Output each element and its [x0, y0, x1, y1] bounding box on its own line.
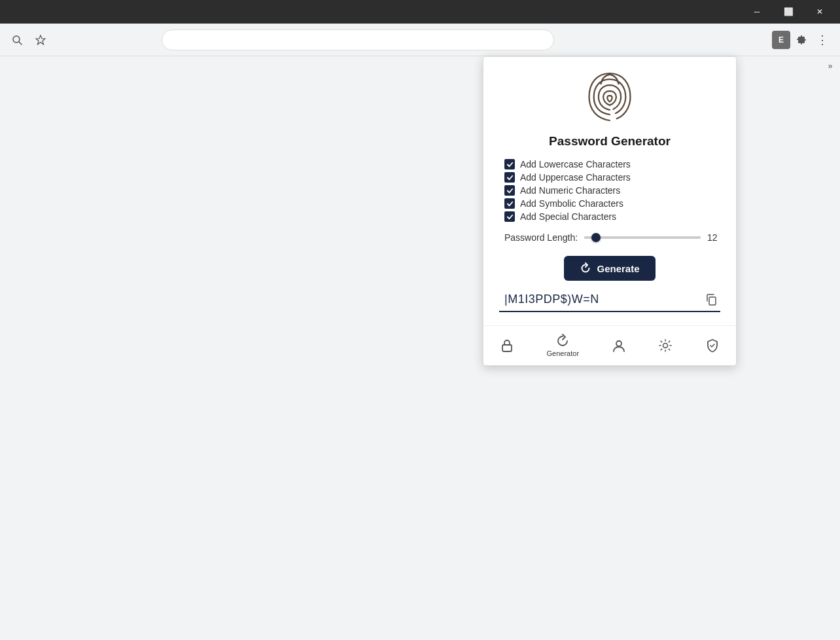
checkbox-lowercase[interactable]: Add Lowercase Characters	[504, 159, 720, 169]
close-button[interactable]: ✕	[805, 0, 835, 24]
checkbox-uppercase[interactable]: Add Uppercase Characters	[504, 172, 720, 183]
password-length-row: Password Length: 12	[499, 232, 720, 243]
svg-point-5	[616, 341, 621, 346]
checkbox-lowercase-label: Add Lowercase Characters	[520, 159, 631, 169]
checkbox-list: Add Lowercase Characters Add Uppercase C…	[499, 159, 720, 222]
svg-rect-4	[502, 345, 512, 351]
bookmark-icon-btn[interactable]	[31, 31, 50, 49]
checkbox-symbolic[interactable]: Add Symbolic Characters	[504, 198, 720, 209]
checkbox-symbolic-label: Add Symbolic Characters	[520, 198, 623, 209]
checkbox-numeric-label: Add Numeric Characters	[520, 185, 620, 196]
svg-point-6	[663, 344, 668, 348]
fingerprint-logo	[580, 67, 639, 126]
password-output-row: |M1I3PDP$)W=N	[499, 291, 720, 312]
toolbar-right: E ⋮	[772, 31, 832, 49]
checkbox-uppercase-label: Add Uppercase Characters	[520, 172, 631, 183]
generator-icon	[555, 334, 570, 348]
titlebar: ─ ⬜ ✕	[0, 0, 840, 24]
nav-item-account[interactable]	[605, 336, 633, 355]
checkbox-numeric-box	[504, 185, 515, 196]
svg-rect-3	[709, 297, 716, 305]
nav-item-lock[interactable]	[493, 336, 521, 355]
lock-icon	[500, 338, 514, 353]
sidebar-collapsed[interactable]: »	[820, 56, 840, 76]
slider-track	[584, 236, 701, 239]
nav-item-generator-label: Generator	[547, 349, 580, 357]
minimize-button[interactable]: ─	[742, 0, 772, 24]
slider-thumb	[591, 233, 601, 242]
checkbox-special-label: Add Special Characters	[520, 211, 616, 222]
checkbox-special[interactable]: Add Special Characters	[504, 211, 720, 222]
generated-password: |M1I3PDP$)W=N	[504, 293, 702, 306]
checkbox-lowercase-box	[504, 159, 515, 169]
svg-line-1	[19, 42, 22, 44]
search-icon-btn[interactable]	[8, 31, 26, 49]
checkbox-numeric[interactable]: Add Numeric Characters	[504, 185, 720, 196]
shield-icon	[705, 338, 720, 353]
browser-chrome: E ⋮	[0, 24, 840, 56]
star-icon	[35, 35, 46, 45]
more-menu-button[interactable]: ⋮	[814, 31, 832, 49]
address-bar[interactable]	[162, 29, 554, 50]
generate-button[interactable]: Generate	[564, 256, 655, 281]
copy-button[interactable]	[702, 291, 720, 307]
extension-button[interactable]: E	[772, 31, 790, 49]
puzzle-icon	[797, 35, 807, 45]
nav-item-shield[interactable]	[699, 336, 726, 355]
gear-icon	[658, 338, 673, 353]
password-length-label: Password Length:	[504, 232, 578, 243]
nav-item-generator[interactable]: Generator	[540, 331, 586, 360]
account-icon	[612, 338, 626, 353]
maximize-button[interactable]: ⬜	[773, 0, 803, 24]
svg-marker-2	[36, 35, 45, 44]
popup-body: Password Generator Add Lowercase Charact…	[483, 57, 736, 325]
popup-nav: Generator	[483, 325, 736, 365]
password-length-slider[interactable]	[584, 236, 701, 239]
checkbox-uppercase-box	[504, 172, 515, 183]
nav-item-settings[interactable]	[652, 336, 679, 355]
search-icon	[12, 35, 22, 45]
generate-button-label: Generate	[597, 263, 639, 274]
popup-panel: Password Generator Add Lowercase Charact…	[483, 56, 737, 366]
password-length-value: 12	[707, 232, 720, 243]
copy-icon	[705, 293, 718, 306]
extensions-icon-btn[interactable]	[793, 31, 811, 49]
refresh-icon	[580, 262, 591, 274]
checkbox-special-box	[504, 211, 515, 222]
popup-title: Password Generator	[549, 134, 671, 149]
checkbox-symbolic-box	[504, 198, 515, 209]
